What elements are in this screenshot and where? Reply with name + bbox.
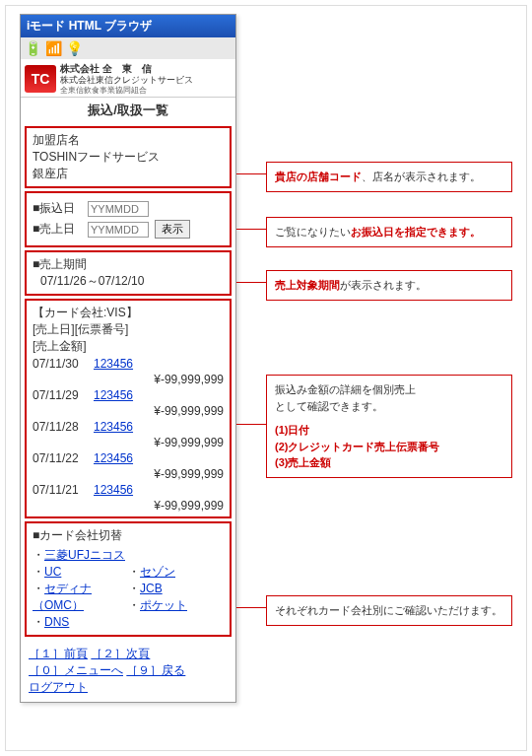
company-link[interactable]: JCB <box>140 582 163 595</box>
logout-link[interactable]: ログアウト <box>29 680 88 694</box>
company-link[interactable]: セゾン <box>140 565 175 579</box>
window-title: iモード HTML ブラウザ <box>27 18 152 34</box>
company-name-2: 株式会社東信クレジットサービス <box>60 75 193 86</box>
menu-link[interactable]: ［０］メニューへ <box>29 663 123 677</box>
merchant-section: 加盟店名 TOSHINフードサービス 銀座店 <box>25 126 232 188</box>
slip-number-link[interactable]: 123456 <box>94 451 133 465</box>
company-link[interactable]: ポケット <box>140 598 187 612</box>
slip-number-link[interactable]: 123456 <box>94 483 133 497</box>
period-value: 07/11/26～07/12/10 <box>33 273 224 290</box>
date-input-section: ■振込日 ■売上日 表示 <box>25 191 232 247</box>
slip-number-link[interactable]: 123456 <box>94 388 133 402</box>
show-button[interactable]: 表示 <box>155 220 190 239</box>
card-detail-section: 【カード会社:VIS】 [売上日][伝票番号] [売上金額] 07/11/301… <box>25 299 232 518</box>
prev-page-link[interactable]: ［１］前頁 <box>29 647 88 660</box>
merchant-label: 加盟店名 <box>33 132 224 149</box>
company-link[interactable]: 三菱UFJニコス <box>44 548 125 562</box>
card-company-switch-section: ■カード会社切替 三菱UFJニコス UC セディナ（OMC） DNS - セゾン… <box>25 521 232 637</box>
period-label: ■売上期間 <box>33 256 224 273</box>
sales-date-label: ■売上日 <box>33 221 88 238</box>
row-amount: ¥-99,999,999 <box>33 467 224 481</box>
signal-icon: 📶 <box>45 40 62 56</box>
callout-text: (3)売上金額 <box>275 454 503 471</box>
callout-connector <box>236 424 266 425</box>
battery-icon: 🔋 <box>25 40 41 56</box>
callout-text: それぞれカード会社別にご確認いただけます。 <box>275 604 502 616</box>
callout-connector <box>236 229 266 230</box>
card-company-label: 【カード会社:VIS】 <box>33 305 224 321</box>
callout-text: 貴店の店舗コード <box>275 171 362 182</box>
callout-text: (2)クレジットカード売上伝票番号 <box>275 439 503 455</box>
phone-window: iモード HTML ブラウザ 🔋 📶 💡 TC 株式会社 全 東 信 株式会社東… <box>20 14 236 703</box>
transfer-date-input[interactable] <box>88 201 149 217</box>
light-icon: 💡 <box>66 40 83 56</box>
next-page-link[interactable]: ［２］次頁 <box>91 647 150 660</box>
row-date: 07/11/30 <box>33 357 94 371</box>
callout-merchant: 貴店の店舗コード、店名が表示されます。 <box>266 162 512 192</box>
company-name-1: 株式会社 全 東 信 <box>60 63 193 75</box>
company-link[interactable]: セディナ（OMC） <box>33 582 92 612</box>
row-amount: ¥-99,999,999 <box>33 373 224 386</box>
sales-period-section: ■売上期間 07/11/26～07/12/10 <box>25 250 232 296</box>
callout-text: 振込み金額の詳細を個別売上 として確認できます。 <box>275 381 503 414</box>
row-amount: ¥-99,999,999 <box>33 404 224 418</box>
logo-mark: TC <box>25 65 56 93</box>
row-date: 07/11/22 <box>33 451 94 465</box>
company-name-3: 全東信飲食事業協同組合 <box>60 86 193 96</box>
callout-text: 売上対象期間 <box>275 279 340 291</box>
page-title: 振込/取扱一覧 <box>21 98 235 123</box>
callout-text: ご覧になりたい <box>275 226 351 238</box>
header-logo-row: TC 株式会社 全 東 信 株式会社東信クレジットサービス 全東信飲食事業協同組… <box>21 59 235 98</box>
row-amount: ¥-99,999,999 <box>33 436 224 449</box>
callout-connector <box>236 173 266 174</box>
callout-text: お振込日を指定できます。 <box>351 226 481 238</box>
callout-text: 、店名が表示されます。 <box>362 171 481 182</box>
callout-period: 売上対象期間が表示されます。 <box>266 270 512 301</box>
company-link[interactable]: UC <box>44 565 61 579</box>
company-link[interactable]: DNS <box>44 615 69 629</box>
transaction-table: 07/11/30123456 ¥-99,999,999 07/11/291234… <box>33 357 224 513</box>
row-amount: ¥-99,999,999 <box>33 499 224 513</box>
card-table-header: [売上日][伝票番号] [売上金額] <box>33 321 224 355</box>
callout-connector <box>236 607 266 608</box>
sales-date-input[interactable] <box>88 222 149 238</box>
callout-switch: それぞれカード会社別にご確認いただけます。 <box>266 595 512 626</box>
callout-text: が表示されます。 <box>340 279 427 291</box>
back-link[interactable]: ［９］戻る <box>126 663 185 677</box>
callout-text: (1)日付 <box>275 422 503 439</box>
merchant-name: TOSHINフードサービス <box>33 149 224 166</box>
footer-nav: ［１］前頁 ［２］次頁 ［０］メニューへ ［９］戻る ログアウト <box>21 640 235 702</box>
callout-date: ご覧になりたいお振込日を指定できます。 <box>266 217 512 247</box>
status-bar: 🔋 📶 💡 <box>21 37 235 59</box>
slip-number-link[interactable]: 123456 <box>94 357 133 371</box>
switch-label: ■カード会社切替 <box>33 527 224 544</box>
callout-connector <box>236 282 266 283</box>
window-titlebar: iモード HTML ブラウザ <box>21 15 235 37</box>
row-date: 07/11/21 <box>33 483 94 497</box>
row-date: 07/11/29 <box>33 388 94 402</box>
slip-number-link[interactable]: 123456 <box>94 420 133 434</box>
transfer-date-label: ■振込日 <box>33 200 88 217</box>
merchant-branch: 銀座店 <box>33 166 224 182</box>
callout-detail: 振込み金額の詳細を個別売上 として確認できます。 (1)日付 (2)クレジットカ… <box>266 375 512 478</box>
row-date: 07/11/28 <box>33 420 94 434</box>
